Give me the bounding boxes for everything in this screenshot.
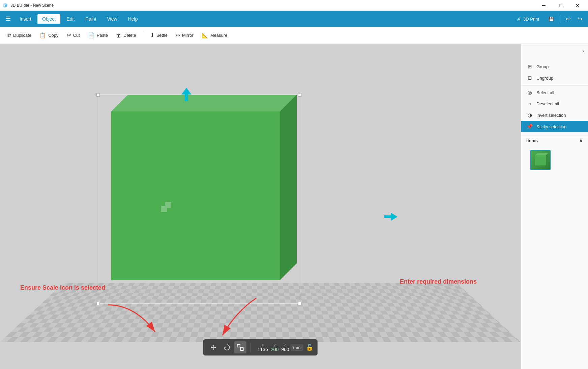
duplicate-label: Duplicate xyxy=(13,33,31,38)
svg-line-11 xyxy=(240,347,241,348)
ungroup-icon: ⊟ xyxy=(526,75,533,81)
panel-divider-1 xyxy=(521,85,588,85)
annotation-scale: Ensure Scale icon is selected xyxy=(20,284,105,291)
app-icon: 🧊 xyxy=(3,3,8,8)
menu-bar-right: 🖨 3D Print 💾 ↩ ↪ xyxy=(513,14,585,24)
select-all-label: Select all xyxy=(536,90,554,95)
items-header: Items ∧ xyxy=(521,135,588,146)
mirror-label: Mirror xyxy=(182,33,194,38)
y-label: y xyxy=(274,343,276,347)
red-arrow-dims-svg xyxy=(196,295,263,342)
3d-object-container[interactable] xyxy=(88,91,297,298)
mirror-icon: ⇔ xyxy=(176,32,180,38)
scale-icon xyxy=(237,344,244,351)
unit-selector[interactable]: mm xyxy=(291,344,303,351)
move-depth-arrow[interactable] xyxy=(161,202,171,213)
svg-rect-10 xyxy=(241,348,243,350)
settle-button[interactable]: ⬇ Settle xyxy=(147,30,171,41)
title-bar: 🧊 3D Builder - New Scene ─ □ ✕ xyxy=(0,0,588,11)
bottom-bar-divider xyxy=(251,343,251,352)
settle-label: Settle xyxy=(156,33,168,38)
group-label: Group xyxy=(536,64,549,69)
sticky-selection-label: Sticky selection xyxy=(536,124,567,129)
lock-button[interactable]: 🔓 xyxy=(306,344,313,351)
x-label: x xyxy=(262,343,264,347)
rotate-tool-button[interactable] xyxy=(221,341,233,353)
title-bar-left: 🧊 3D Builder - New Scene xyxy=(3,3,54,8)
deselect-all-icon: ○ xyxy=(526,101,533,107)
svg-marker-6 xyxy=(161,202,171,212)
window-title: 3D Builder - New Scene xyxy=(10,3,54,8)
deselect-all-label: Deselect all xyxy=(536,101,559,106)
minimize-button[interactable]: ─ xyxy=(536,0,552,11)
menu-item-insert[interactable]: Insert xyxy=(15,14,36,24)
move-up-arrow[interactable] xyxy=(181,88,192,104)
svg-marker-2 xyxy=(280,95,297,280)
items-collapse-icon[interactable]: ∧ xyxy=(579,138,583,143)
svg-marker-3 xyxy=(111,111,280,280)
move-icon xyxy=(210,344,217,351)
z-value[interactable]: 960 xyxy=(281,347,289,352)
sticky-selection-button[interactable]: 📌 Sticky selection xyxy=(521,121,588,132)
undo-button[interactable]: ↩ xyxy=(563,14,574,24)
move-tool-button[interactable] xyxy=(207,341,219,353)
mirror-button[interactable]: ⇔ Mirror xyxy=(172,30,197,41)
3d-box-svg xyxy=(88,91,297,297)
settle-icon: ⬇ xyxy=(150,32,154,38)
z-label: z xyxy=(284,343,286,347)
delete-icon: 🗑 xyxy=(116,32,121,38)
svg-marker-14 xyxy=(546,153,548,165)
menu-item-edit[interactable]: Edit xyxy=(62,14,79,24)
scale-tool-button[interactable] xyxy=(234,341,246,353)
group-button[interactable]: ⊞ Group xyxy=(521,61,588,72)
y-value[interactable]: 200 xyxy=(271,347,278,352)
invert-selection-button[interactable]: ◑ Invert selection xyxy=(521,109,588,121)
svg-marker-5 xyxy=(384,213,398,221)
delete-button[interactable]: 🗑 Delete xyxy=(113,30,140,41)
z-dimension: z 960 xyxy=(281,343,289,352)
collapse-icon: › xyxy=(582,48,584,54)
redo-button[interactable]: ↪ xyxy=(575,14,585,24)
x-value[interactable]: 1136 xyxy=(258,347,268,352)
annotation-dims: Enter required dimensions xyxy=(400,278,477,285)
select-all-button[interactable]: ◎ Select all xyxy=(521,87,588,98)
save-button[interactable]: 💾 xyxy=(545,15,557,24)
group-icon: ⊞ xyxy=(526,63,533,70)
cut-label: Cut xyxy=(73,33,80,38)
paste-button[interactable]: 📄 Paste xyxy=(85,30,111,41)
measure-label: Measure xyxy=(210,33,228,38)
items-header-label: Items xyxy=(526,138,538,143)
deselect-all-button[interactable]: ○ Deselect all xyxy=(521,98,588,109)
ungroup-button[interactable]: ⊟ Ungroup xyxy=(521,72,588,84)
measure-button[interactable]: 📐 Measure xyxy=(198,30,231,41)
menu-item-view[interactable]: View xyxy=(102,14,122,24)
undo-redo-group: ↩ ↪ xyxy=(563,14,585,24)
item-thumbnail-0[interactable] xyxy=(530,150,551,170)
toolbar: ⧉ Duplicate 📋 Copy ✂ Cut 📄 Paste 🗑 Delet… xyxy=(0,27,588,44)
invert-selection-icon: ◑ xyxy=(526,112,533,118)
hamburger-menu[interactable]: ☰ xyxy=(3,12,13,25)
copy-icon: 📋 xyxy=(39,32,46,38)
svg-rect-9 xyxy=(237,344,240,347)
viewport[interactable]: Ensure Scale icon is selected Enter requ… xyxy=(0,44,521,369)
duplicate-button[interactable]: ⧉ Duplicate xyxy=(4,30,35,41)
bottom-dimension-bar: x 1136 y 200 z 960 mm 🔓 xyxy=(203,339,318,355)
menu-item-paint[interactable]: Paint xyxy=(81,14,101,24)
svg-marker-13 xyxy=(535,153,548,155)
close-button[interactable]: ✕ xyxy=(570,0,585,11)
save-icon: 💾 xyxy=(549,17,554,22)
items-list xyxy=(521,146,588,174)
select-all-icon: ◎ xyxy=(526,89,533,96)
annotation-dims-text: Enter required dimensions xyxy=(400,278,477,285)
panel-collapse-button[interactable]: › xyxy=(521,44,588,58)
move-right-arrow[interactable] xyxy=(384,213,398,222)
menu-item-object[interactable]: Object xyxy=(37,14,60,24)
ungroup-label: Ungroup xyxy=(536,76,553,81)
cut-button[interactable]: ✂ Cut xyxy=(63,30,83,41)
menu-bar: ☰ Insert Object Edit Paint View Help 🖨 3… xyxy=(0,11,588,27)
delete-label: Delete xyxy=(123,33,136,38)
menu-item-help[interactable]: Help xyxy=(123,14,143,24)
3dprint-button[interactable]: 🖨 3D Print xyxy=(513,15,542,24)
maximize-button[interactable]: □ xyxy=(553,0,568,11)
copy-button[interactable]: 📋 Copy xyxy=(36,30,62,41)
